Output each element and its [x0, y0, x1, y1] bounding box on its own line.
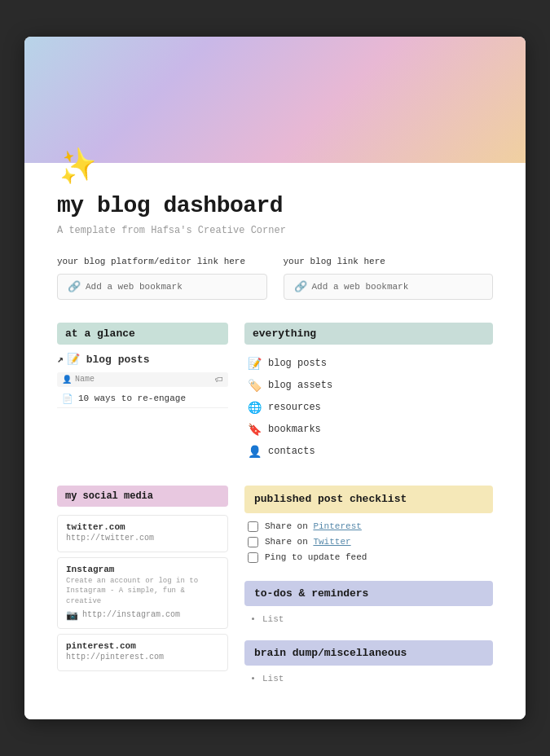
- everything-label-bookmarks: bookmarks: [268, 424, 321, 435]
- platform-bookmark-btn[interactable]: 🔗 Add a web bookmark: [57, 274, 267, 300]
- social-media-section: my social media twitter.com http://twitt…: [57, 486, 228, 687]
- subtitle-source: Hafsa's Creative Corner: [151, 225, 286, 236]
- instagram-link-row: 📷 http://instagram.com: [66, 609, 219, 622]
- todos-item-text: List: [262, 614, 284, 624]
- social-card-instagram: Instagram Create an account or log in to…: [57, 557, 228, 630]
- everything-item-resources[interactable]: 🌐 resources: [244, 397, 493, 419]
- subtitle: A template from Hafsa's Creative Corner: [57, 225, 493, 236]
- right-sections: published post checklist Share on Pinter…: [244, 486, 493, 687]
- checklist-section: published post checklist Share on Pinter…: [244, 486, 493, 568]
- at-a-glance-header: at a glance: [57, 323, 228, 345]
- link-row: your blog platform/editor link here 🔗 Ad…: [57, 256, 493, 299]
- at-a-glance-section: at a glance ↗ 📝 blog posts 👤 Name 🏷 📄: [57, 323, 493, 463]
- emoji-blog-posts: 📝: [248, 357, 262, 371]
- social-card-twitter: twitter.com http://twitter.com: [57, 515, 228, 552]
- emoji-contacts: 👤: [248, 445, 262, 459]
- brain-item: List: [262, 674, 493, 683]
- instagram-url[interactable]: http://instagram.com: [82, 610, 180, 619]
- todos-item: List: [262, 614, 493, 624]
- checklist-item-twitter: Share on Twitter: [248, 537, 490, 547]
- twitter-url[interactable]: http://twitter.com: [66, 534, 219, 543]
- instagram-icon: 📷: [66, 609, 78, 622]
- blog-btn-label: Add a web bookmark: [312, 282, 409, 292]
- checkbox-pinterest[interactable]: [248, 521, 258, 532]
- social-media-header: my social media: [57, 486, 228, 507]
- blog-link-block: your blog link here 🔗 Add a web bookmark: [284, 256, 494, 299]
- instagram-desc: Create an account or log in to Instagram…: [66, 576, 219, 607]
- table-col-name: 👤 Name: [62, 375, 95, 385]
- table-row[interactable]: 📄 10 ways to re-engage: [57, 390, 228, 408]
- checklist-item-pinterest: Share on Pinterest: [248, 521, 490, 532]
- pinterest-url[interactable]: http://pinterest.com: [66, 653, 219, 662]
- checklist-item-ping: Ping to update feed: [248, 552, 490, 563]
- everything-item-blog-assets[interactable]: 🏷️ blog assets: [244, 375, 493, 397]
- blog-posts-text: 📝 blog posts: [67, 353, 150, 366]
- blog-label: your blog link here: [284, 256, 494, 268]
- tag-icon: 🏷: [215, 375, 223, 385]
- everything-item-blog-posts[interactable]: 📝 blog posts: [244, 353, 493, 375]
- blog-posts-label: ↗ 📝 blog posts: [57, 353, 228, 366]
- emoji-blog-assets: 🏷️: [248, 379, 262, 393]
- brain-item-text: List: [262, 674, 284, 683]
- page-wrapper: ✨ my blog dashboard A template from Hafs…: [24, 37, 526, 719]
- emoji-bookmarks: 🔖: [248, 423, 262, 437]
- hero-banner: [24, 37, 526, 163]
- arrow-icon: ↗: [57, 353, 64, 366]
- checklist-text-twitter: Share on Twitter: [265, 537, 351, 547]
- page-title: my blog dashboard: [57, 193, 493, 218]
- brain-header: brain dump/miscellaneous: [244, 640, 493, 666]
- table-row-text: 10 ways to re-engage: [78, 393, 186, 403]
- todos-section: to-dos & reminders List: [244, 581, 493, 627]
- twitter-link[interactable]: Twitter: [313, 537, 350, 547]
- checklist-header: published post checklist: [244, 486, 493, 513]
- pinterest-link[interactable]: Pinterest: [313, 521, 361, 531]
- subtitle-prefix: A template from: [57, 225, 145, 236]
- todos-list: List: [244, 614, 493, 624]
- brain-section: brain dump/miscellaneous List: [244, 640, 493, 687]
- checkbox-twitter[interactable]: [248, 537, 258, 547]
- doc-icon: 📄: [62, 393, 73, 404]
- platform-label: your blog platform/editor link here: [57, 256, 267, 268]
- bookmark-icon-2: 🔗: [294, 280, 307, 293]
- everything-list: 📝 blog posts 🏷️ blog assets 🌐 resources …: [244, 353, 493, 463]
- everything-label-blog-assets: blog assets: [268, 380, 332, 391]
- page-content: ✨ my blog dashboard A template from Hafs…: [24, 147, 526, 719]
- platform-link-block: your blog platform/editor link here 🔗 Ad…: [57, 256, 267, 299]
- table-col-icon: 🏷: [215, 375, 223, 385]
- pinterest-title: pinterest.com: [66, 641, 219, 651]
- everything-label-resources: resources: [268, 402, 321, 413]
- instagram-title: Instagram: [66, 565, 219, 574]
- social-card-pinterest: pinterest.com http://pinterest.com: [57, 634, 228, 671]
- everything-label-blog-posts: blog posts: [268, 358, 327, 369]
- everything-item-bookmarks[interactable]: 🔖 bookmarks: [244, 419, 493, 441]
- at-a-glance-col: at a glance ↗ 📝 blog posts 👤 Name 🏷 📄: [57, 323, 228, 463]
- checklist-items: Share on Pinterest Share on Twitter Ping…: [244, 521, 493, 563]
- emoji-resources: 🌐: [248, 401, 262, 415]
- twitter-title: twitter.com: [66, 522, 219, 532]
- checklist-text-ping: Ping to update feed: [265, 552, 367, 562]
- bookmark-icon: 🔗: [68, 280, 81, 293]
- todos-header: to-dos & reminders: [244, 581, 493, 606]
- everything-item-contacts[interactable]: 👤 contacts: [244, 441, 493, 463]
- brain-list: List: [244, 674, 493, 683]
- blog-bookmark-btn[interactable]: 🔗 Add a web bookmark: [284, 274, 494, 300]
- table-header: 👤 Name 🏷: [57, 372, 228, 387]
- platform-btn-label: Add a web bookmark: [86, 282, 183, 292]
- person-icon: 👤: [62, 375, 72, 385]
- checklist-text-pinterest: Share on Pinterest: [265, 521, 362, 531]
- bottom-row: my social media twitter.com http://twitt…: [57, 486, 493, 687]
- everything-label-contacts: contacts: [268, 446, 315, 457]
- checkbox-ping[interactable]: [248, 552, 258, 563]
- everything-header: everything: [244, 323, 493, 345]
- everything-col: everything 📝 blog posts 🏷️ blog assets 🌐…: [244, 323, 493, 463]
